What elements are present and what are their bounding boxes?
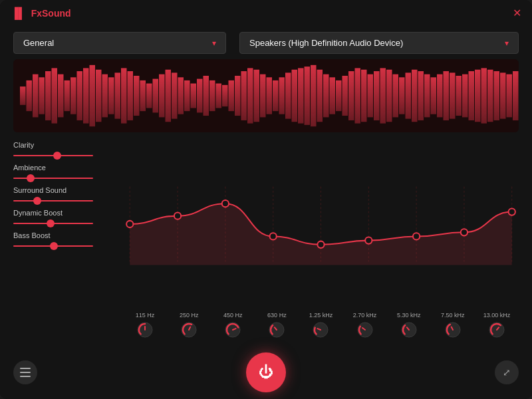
eq-band-7: 7.50 kHz xyxy=(431,312,475,339)
eq-band-label-5: 2.70 kHz xyxy=(353,312,377,319)
svg-point-16 xyxy=(461,229,467,235)
slider-track-0[interactable] xyxy=(13,150,118,161)
eq-knob-3[interactable] xyxy=(267,321,286,339)
preset-label: General xyxy=(23,38,54,48)
dropdowns-row: General ▾ Speakers (High Definition Audi… xyxy=(13,32,519,54)
eq-canvas-wrapper xyxy=(123,138,519,311)
slider-track-4[interactable] xyxy=(13,241,118,251)
svg-point-11 xyxy=(222,200,229,207)
eq-band-6: 5.30 kHz xyxy=(387,312,431,339)
device-dropdown[interactable]: Speakers (High Definition Audio Device) … xyxy=(239,32,519,54)
eq-band-0: 115 Hz xyxy=(123,312,167,339)
slider-row-surround-sound: Surround Sound xyxy=(13,186,118,206)
sliders-panel: Clarity Ambience Surround Sound Dynamic … xyxy=(13,138,123,340)
power-button[interactable]: ⏻ xyxy=(246,352,286,392)
slider-line-0 xyxy=(13,155,93,156)
eq-band-label-4: 1.25 kHz xyxy=(309,312,333,319)
waveform-container xyxy=(13,59,519,132)
slider-track-3[interactable] xyxy=(13,218,118,229)
app-window: ▐▌ FxSound ✕ General ▾ Speakers (High De… xyxy=(0,0,532,399)
slider-thumb-2[interactable] xyxy=(33,197,41,205)
eq-band-label-1: 250 Hz xyxy=(180,312,199,319)
eq-svg xyxy=(123,138,519,311)
eq-knob-2[interactable] xyxy=(223,321,242,339)
svg-point-17 xyxy=(509,208,515,215)
close-button[interactable]: ✕ xyxy=(513,8,521,19)
eq-knob-4[interactable] xyxy=(311,321,330,339)
svg-point-12 xyxy=(270,233,277,239)
main-content: General ▾ Speakers (High Definition Audi… xyxy=(0,27,532,346)
slider-line-4 xyxy=(13,245,93,247)
svg-point-14 xyxy=(365,237,372,243)
slider-thumb-3[interactable] xyxy=(47,219,55,227)
preset-dropdown[interactable]: General ▾ xyxy=(13,32,226,54)
slider-label-4: Bass Boost xyxy=(13,231,118,239)
eq-knob-0[interactable] xyxy=(136,321,154,339)
slider-line-2 xyxy=(13,200,93,201)
svg-point-15 xyxy=(413,233,420,239)
eq-band-8: 13.00 kHz xyxy=(475,312,519,339)
bottom-bar: ⏻ ⤢ xyxy=(0,346,532,399)
eq-band-1: 250 Hz xyxy=(167,312,211,339)
eq-knob-5[interactable] xyxy=(356,321,374,339)
power-icon: ⏻ xyxy=(259,364,273,381)
eq-band-label-8: 13.00 kHz xyxy=(483,312,511,319)
eq-knob-1[interactable] xyxy=(180,321,198,339)
device-arrow: ▾ xyxy=(505,39,509,48)
eq-band-3: 630 Hz xyxy=(255,312,299,339)
menu-line-3 xyxy=(20,376,31,377)
device-label: Speakers (High Definition Audio Device) xyxy=(249,38,403,48)
slider-row-ambience: Ambience xyxy=(13,164,118,184)
title-bar: ▐▌ FxSound ✕ xyxy=(0,0,532,27)
menu-line-2 xyxy=(20,372,31,373)
eq-band-label-6: 5.30 kHz xyxy=(397,312,421,319)
eq-knob-6[interactable] xyxy=(400,321,418,339)
slider-label-3: Dynamic Boost xyxy=(13,209,118,217)
slider-label-2: Surround Sound xyxy=(13,186,118,194)
waveform-canvas xyxy=(13,59,519,132)
eq-band-5: 2.70 kHz xyxy=(343,312,387,339)
eq-band-label-0: 115 Hz xyxy=(136,312,155,319)
slider-track-1[interactable] xyxy=(13,173,118,184)
slider-thumb-0[interactable] xyxy=(53,152,61,160)
eq-graph: 115 Hz250 Hz450 Hz630 Hz1.25 kHz2.70 kHz… xyxy=(123,138,519,340)
svg-point-10 xyxy=(174,213,181,219)
eq-knob-8[interactable] xyxy=(487,321,506,339)
slider-row-bass-boost: Bass Boost xyxy=(13,231,118,251)
menu-lines xyxy=(20,368,31,377)
svg-point-9 xyxy=(126,221,133,227)
expand-button[interactable]: ⤢ xyxy=(495,360,519,384)
eq-band-label-2: 450 Hz xyxy=(223,312,243,319)
slider-label-1: Ambience xyxy=(13,164,118,172)
slider-label-0: Clarity xyxy=(13,141,118,149)
slider-row-clarity: Clarity xyxy=(13,141,118,161)
expand-icon: ⤢ xyxy=(503,367,511,378)
preset-arrow: ▾ xyxy=(212,39,216,48)
eq-section: Clarity Ambience Surround Sound Dynamic … xyxy=(13,138,519,340)
eq-band-label-3: 630 Hz xyxy=(267,312,287,319)
slider-line-1 xyxy=(13,178,93,179)
app-title: FxSound xyxy=(31,8,71,19)
eq-band-4: 1.25 kHz xyxy=(299,312,342,339)
menu-button[interactable] xyxy=(13,360,37,384)
slider-line-3 xyxy=(13,223,93,224)
slider-thumb-4[interactable] xyxy=(50,242,58,250)
menu-line-1 xyxy=(20,368,31,369)
eq-band-label-7: 7.50 kHz xyxy=(441,312,465,319)
slider-thumb-1[interactable] xyxy=(27,174,35,182)
eq-band-2: 450 Hz xyxy=(211,312,255,339)
slider-track-2[interactable] xyxy=(13,196,118,206)
slider-row-dynamic-boost: Dynamic Boost xyxy=(13,209,118,229)
logo-icon: ▐▌ xyxy=(11,7,26,19)
eq-knobs-row: 115 Hz250 Hz450 Hz630 Hz1.25 kHz2.70 kHz… xyxy=(123,312,519,340)
title-bar-left: ▐▌ FxSound xyxy=(11,7,71,19)
svg-point-13 xyxy=(317,241,324,248)
eq-knob-7[interactable] xyxy=(444,321,462,339)
